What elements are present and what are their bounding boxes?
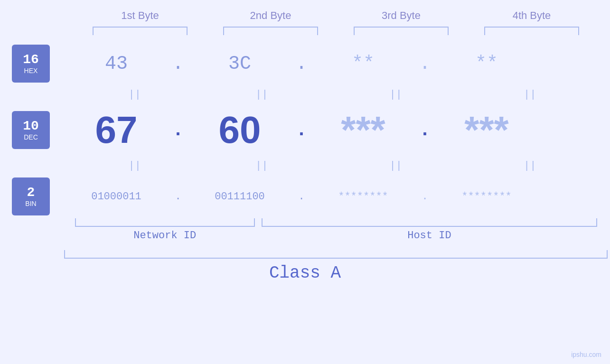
bin-sep2: . [294, 191, 309, 203]
dec-b2: 60 [185, 108, 294, 152]
hex-sep2: . [294, 53, 309, 75]
bracket-top-3 [354, 27, 449, 35]
dec-badge: 10 DEC [12, 111, 50, 149]
bin-sep1: . [171, 191, 185, 203]
dec-b3: *** [309, 108, 418, 152]
eq5: || [80, 160, 189, 172]
hex-sep1: . [171, 53, 185, 75]
bin-b2: 00111100 [185, 191, 294, 203]
bottom-brackets [75, 218, 597, 227]
hex-b3: ** [309, 53, 418, 75]
hex-cells: 43 . 3C . ** . ** [62, 53, 610, 75]
hex-base-label: HEX [24, 67, 38, 75]
bin-badge: 2 BIN [12, 177, 50, 215]
dec-sep3: . [418, 120, 432, 141]
dec-row: 10 DEC 67 . 60 . *** . *** [0, 106, 610, 154]
bracket-top-4 [484, 27, 579, 35]
dec-base-num: 10 [23, 119, 39, 134]
bin-sep3: . [418, 191, 432, 203]
main-container: 1st Byte 2nd Byte 3rd Byte 4th Byte 16 H… [0, 0, 610, 364]
bin-base-num: 2 [27, 186, 35, 200]
dec-b1: 67 [62, 108, 171, 152]
byte-headers-row: 1st Byte 2nd Byte 3rd Byte 4th Byte [75, 9, 597, 22]
bracket-gap [255, 218, 262, 227]
dec-base-label: DEC [24, 133, 38, 141]
hex-b4: ** [432, 53, 541, 75]
hex-row: 16 HEX 43 . 3C . ** . ** [0, 45, 610, 83]
bin-row: 2 BIN 01000011 . 00111100 . ******** . *… [0, 177, 610, 215]
bin-base-label: BIN [25, 200, 36, 207]
network-id-label: Network ID [75, 230, 255, 242]
bin-b3: ******** [309, 191, 418, 203]
bin-badge-wrap: 2 BIN [0, 177, 62, 215]
eq7: || [334, 160, 458, 172]
hex-badge-wrap: 16 HEX [0, 45, 62, 83]
eq8: || [468, 160, 591, 172]
hex-sep3: . [418, 53, 432, 75]
watermark: ipshu.com [571, 351, 601, 358]
hex-base-num: 16 [23, 53, 39, 67]
bin-cells: 01000011 . 00111100 . ******** . *******… [62, 191, 610, 203]
eq3: || [334, 89, 458, 101]
byte-header-2: 2nd Byte [216, 9, 325, 22]
dec-badge-wrap: 10 DEC [0, 111, 62, 149]
equals-dec-bin: || || || || [75, 154, 597, 177]
bracket-top-1 [93, 27, 188, 35]
dec-sep1: . [171, 120, 185, 141]
eq2: || [200, 89, 323, 101]
byte-header-3: 3rd Byte [347, 9, 456, 22]
bracket-net [75, 218, 255, 227]
eq1: || [80, 89, 189, 101]
hex-b2: 3C [185, 53, 294, 75]
top-brackets [75, 27, 597, 35]
equals-hex-dec: || || || || [75, 83, 597, 106]
eq4: || [468, 89, 591, 101]
byte-header-1: 1st Byte [85, 9, 195, 22]
hex-badge: 16 HEX [12, 45, 50, 83]
overall-bracket [64, 250, 608, 259]
bin-b1: 01000011 [62, 191, 171, 203]
dec-b4: *** [432, 108, 541, 152]
byte-header-4: 4th Byte [477, 9, 586, 22]
bin-b4: ******** [432, 191, 541, 203]
hex-b1: 43 [62, 53, 171, 75]
dec-sep2: . [294, 120, 309, 141]
bracket-top-2 [223, 27, 318, 35]
dec-cells: 67 . 60 . *** . *** [62, 108, 610, 152]
eq6: || [200, 160, 323, 172]
class-label: Class A [0, 263, 610, 283]
host-id-label: Host ID [262, 230, 597, 242]
bracket-host [262, 218, 597, 227]
section-labels-row: Network ID Host ID [75, 230, 597, 242]
